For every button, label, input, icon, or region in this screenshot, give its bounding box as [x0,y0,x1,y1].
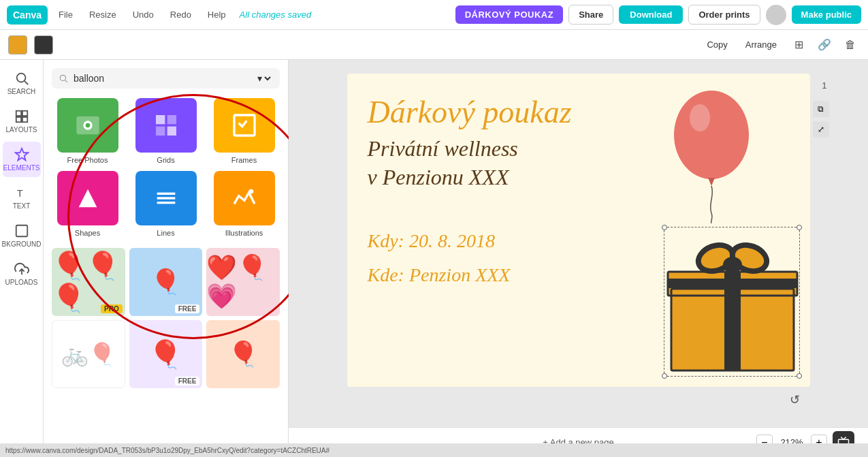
results-grid: 🎈🎈🎈 PRO 🎈 FREE ❤️🎈💗 🚲🎈 🎈 FREE [52,248,280,388]
left-panel: ▾ Free Photos [44,60,289,457]
result-item-4[interactable]: 🚲🎈 [52,320,125,388]
menu-help[interactable]: Help [202,7,231,22]
result-item-2[interactable]: 🎈 FREE [129,248,203,316]
sidebar-icons: SEARCH LAYOUTS ELEMENTS T TEXT BKGROUND … [0,60,44,457]
url-text: https://www.canva.com/design/DADA_TR053s… [5,447,329,454]
sidebar-label-layouts: LAYOUTS [6,126,37,133]
svg-rect-33 [668,279,797,288]
grids-icon [152,112,180,139]
gift-element[interactable] [664,227,800,377]
sidebar-item-background[interactable]: BKGROUND [3,218,41,253]
canvas-subtitle[interactable]: Privátní wellness v Penzionu XXX [368,135,518,191]
search-dropdown[interactable]: ▾ [255,72,273,84]
element-label-lines: Lines [157,229,174,237]
element-shapes[interactable]: Shapes [52,171,123,237]
menu-redo[interactable]: Redo [165,7,197,22]
sidebar-label-search: SEARCH [7,88,36,95]
search-bar-icon [59,74,68,83]
svg-point-10 [60,75,65,80]
svg-rect-16 [167,115,176,124]
element-label-shapes: Shapes [75,229,100,237]
top-bar: Canva File Resize Undo Redo Help All cha… [0,0,868,30]
svg-point-24 [248,189,253,194]
make-public-button[interactable]: Make public [792,5,861,24]
menu-file[interactable]: File [53,7,78,22]
avatar [766,5,786,25]
sidebar-item-uploads[interactable]: UPLOADS [3,256,41,291]
result-item-3[interactable]: ❤️🎈💗 [206,248,280,316]
doc-title-button[interactable]: DÁRKOVÝ POUKAZ [455,5,564,24]
svg-rect-17 [156,127,165,136]
element-grids[interactable]: Grids [130,98,202,164]
svg-rect-5 [22,117,27,122]
share-button[interactable]: Share [568,5,613,25]
search-input[interactable] [74,73,249,84]
svg-point-0 [16,74,25,82]
handle-tl [662,225,667,230]
sidebar-item-layouts[interactable]: LAYOUTS [3,104,41,139]
result-item-6[interactable]: 🎈 [206,320,280,388]
handle-br [797,373,802,379]
sidebar-label-background: BKGROUND [2,240,42,248]
result-item-5[interactable]: 🎈 FREE [129,320,203,388]
link-icon[interactable]: 🔗 [815,35,834,54]
menu-undo[interactable]: Undo [127,7,159,22]
color-swatch-orange[interactable] [8,35,27,54]
svg-line-11 [65,80,67,82]
element-free-photos[interactable]: Free Photos [52,98,123,164]
url-bar: https://www.canva.com/design/DADA_TR053s… [0,443,868,457]
download-button[interactable]: Download [619,5,683,24]
handle-bl [662,373,667,379]
svg-text:T: T [16,188,22,199]
sidebar-label-text: TEXT [13,202,31,210]
duplicate-icon[interactable]: ⧉ [813,101,829,117]
main-area: SEARCH LAYOUTS ELEMENTS T TEXT BKGROUND … [0,60,868,457]
svg-rect-18 [167,127,176,136]
element-label-illustrations: Illustrations [225,229,263,237]
svg-point-25 [674,91,749,179]
color-swatch-dark[interactable] [34,35,53,54]
sidebar-label-uploads: UPLOADS [5,279,38,286]
illustrations-icon [231,185,258,212]
balloon-element[interactable] [667,87,756,226]
result-item-1[interactable]: 🎈🎈🎈 PRO [52,248,125,316]
copy-action[interactable]: Copy [701,37,733,52]
trash-icon[interactable]: 🗑 [841,35,860,54]
svg-rect-2 [16,111,20,116]
svg-marker-27 [708,178,715,186]
canvas-title[interactable]: Dárkový poukaz [368,94,572,130]
design-canvas[interactable]: Dárkový poukaz Privátní wellness v Penzi… [347,74,810,387]
page-number: 1 [822,80,826,91]
balloon-svg [667,87,756,223]
rotate-handle[interactable]: ↺ [790,392,800,407]
frames-icon [231,112,258,139]
shapes-icon [74,185,101,212]
element-lines[interactable]: Lines [130,171,202,237]
element-label-free-photos: Free Photos [67,156,108,164]
handle-tr [797,225,802,230]
canvas-where[interactable]: Kde: Penzion XXX [368,264,511,286]
left-panel-wrapper: ▾ Free Photos [44,60,289,457]
canvas-date[interactable]: Kdy: 20. 8. 2018 [368,230,495,252]
canvas-wrapper: Dárkový poukaz Privátní wellness v Penzi… [347,74,810,387]
search-bar: ▾ [52,68,280,89]
resize-icon[interactable]: ⤢ [813,121,829,138]
lines-icon [152,185,180,212]
element-frames[interactable]: Frames [208,98,280,164]
svg-point-26 [690,104,710,131]
sidebar-item-elements[interactable]: ELEMENTS [3,142,41,177]
arrange-action[interactable]: Arrange [740,37,782,52]
canva-logo: Canva [7,5,48,25]
svg-rect-15 [156,115,165,124]
menu-resize[interactable]: Resize [84,7,122,22]
sidebar-item-text[interactable]: T TEXT [3,180,41,215]
svg-rect-3 [22,111,27,116]
order-prints-button[interactable]: Order prints [688,5,760,25]
canvas-area: Dárkový poukaz Privátní wellness v Penzi… [289,60,868,457]
sidebar-item-search[interactable]: SEARCH [3,65,41,101]
svg-marker-20 [78,189,97,208]
grid-icon[interactable]: ⊞ [789,35,808,54]
svg-line-1 [25,81,28,84]
free-photos-icon [74,112,101,139]
element-illustrations[interactable]: Illustrations [208,171,280,237]
